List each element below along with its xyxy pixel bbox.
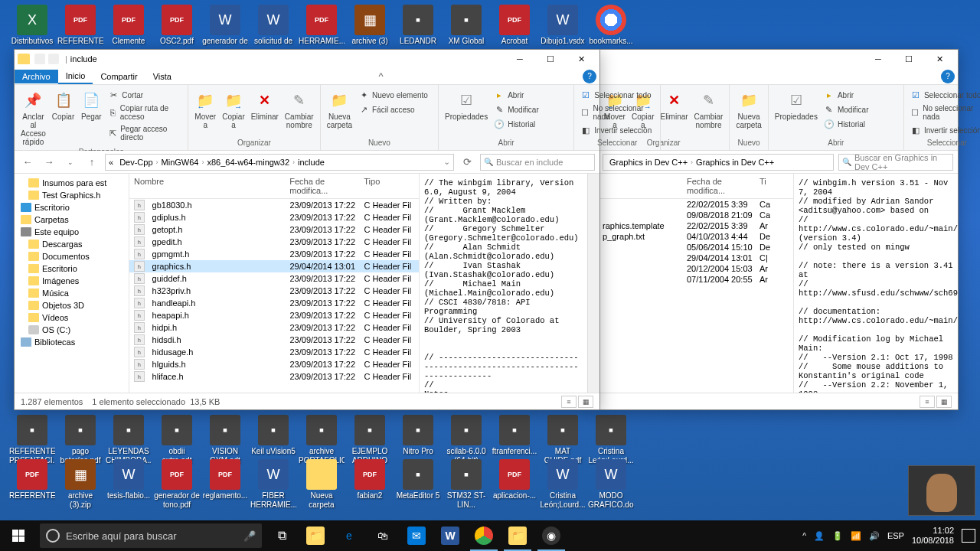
taskbar-mail[interactable]: ✉ [400,520,433,551]
qat[interactable] [34,54,59,64]
file-row[interactable]: 09/08/2018 21:09Ca [598,210,793,220]
desktop-icon[interactable]: ▪Keil uVision5 [250,415,296,456]
desktop-icon[interactable]: ▪EJEMPLO ARDUINO [347,415,393,465]
file-row[interactable]: guiddef.h23/09/2013 17:22C Header Fil [129,272,419,285]
desktop-icon[interactable]: Wtesis-flabio... [106,459,152,500]
taskbar-chrome[interactable] [467,520,501,551]
nav-item[interactable]: Escritorio [15,262,129,275]
desktop-icon[interactable]: ▪VISION GYM.odt [202,415,248,465]
file-row[interactable]: hidpi.h23/09/2013 17:22C Header Fil [129,321,419,334]
desktop-icon[interactable]: ▪LEDANDR [395,5,441,46]
pin-button[interactable]: 📌Anclar al Acceso rápido [19,88,47,148]
file-row[interactable]: gdiplus.h23/09/2013 17:22C Header Fil [129,211,419,223]
back-button[interactable]: ← [19,154,36,171]
edit-button[interactable]: ✎Modificar [492,103,569,116]
desktop-icon[interactable]: WCristina León;Lourd... [540,459,586,510]
desktop-icon[interactable]: PDFREFERENTE [57,5,103,46]
desktop-icon[interactable]: XDistributivos [9,5,55,46]
help-icon[interactable]: ? [941,70,955,83]
copy-to-button[interactable]: 📁Copiar a [220,88,246,131]
file-row[interactable]: h323priv.h23/09/2013 17:22C Header Fil [129,285,419,297]
nav-item[interactable]: Escritorio [15,201,129,214]
file-row[interactable]: hidusage.h23/09/2013 17:22C Header Fil [129,346,419,358]
new-folder-button[interactable]: 📁Nueva carpeta [325,88,354,131]
file-row[interactable]: gpedit.h23/09/2013 17:22C Header Fil [129,236,419,248]
paste-shortcut-button[interactable]: ⇱Pegar acceso directo [106,123,183,143]
move-to-button[interactable]: 📁Mover a [193,88,217,131]
open-button[interactable]: ▸Abrir [492,88,569,102]
navigation-pane[interactable]: Insumos para estTest Graphics.hEscritori… [15,174,129,393]
nav-item[interactable]: Imágenes [15,275,129,287]
file-row[interactable]: hliface.h23/09/2013 17:22C Header Fil [129,370,419,383]
delete-button[interactable]: ✕Eliminar [658,88,689,122]
select-all-button[interactable]: ☑Seleccionar todo [909,88,980,102]
file-row[interactable]: gpmgmt.h23/09/2013 17:22C Header Fil [129,248,419,260]
easy-access-button[interactable]: ↗Fácil acceso [357,103,433,116]
volume-icon[interactable]: 🔊 [869,531,880,541]
invert-selection-button[interactable]: ◧Invertir selección [579,123,655,137]
edit-button[interactable]: ✎Modificar [822,103,899,116]
view-details-button[interactable]: ≡ [561,396,577,408]
desktop-icon[interactable]: ▦archive (3).zip [57,459,103,510]
history-button[interactable]: 🕑Historial [822,117,899,131]
nav-item[interactable]: Este equipo [15,226,129,238]
maximize-button[interactable]: ☐ [535,50,566,68]
nav-item[interactable]: Bibliotecas [15,336,129,348]
file-row[interactable]: 29/04/2014 13:01C| [598,253,793,263]
desktop-icon[interactable]: PDFfabian2 [347,459,393,500]
select-all-button[interactable]: ☑Seleccionar todo [579,88,655,102]
desktop-icon[interactable]: PDFgenerador de tono.pdf [154,459,200,510]
nav-item[interactable]: Objetos 3D [15,299,129,311]
column-date[interactable]: Fecha de modifica... [285,174,359,198]
invert-selection-button[interactable]: ◧Invertir selección [909,123,980,137]
breadcrumb[interactable]: « Dev-Cpp› MinGW64› x86_64-w64-mingw32› … [105,154,454,171]
file-row[interactable]: graphics.h29/04/2014 13:01C Header Fil [129,260,419,272]
clock[interactable]: 11:0210/08/2018 [912,526,954,546]
desktop-icon[interactable]: ▪MetaEditor 5 [395,459,441,500]
titlebar[interactable]: | include ─ ☐ ✕ [15,50,599,68]
nav-item[interactable]: Insumos para est [15,177,129,189]
desktop-icon[interactable]: PDFreglamento... [202,459,248,500]
desktop-icon[interactable]: Wsolicitud de [250,5,296,46]
desktop-icon[interactable]: ▪XM Global [443,5,489,46]
scrollbar[interactable] [587,174,599,393]
file-row[interactable]: hlguids.h23/09/2013 17:22C Header Fil [129,358,419,370]
file-row[interactable]: 05/06/2014 15:10De [598,242,793,253]
file-row[interactable]: handleapi.h23/09/2013 17:22C Header Fil [129,297,419,309]
cut-button[interactable]: ✂Cortar [106,88,183,102]
view-icons-button[interactable]: ▦ [936,396,952,408]
refresh-button[interactable]: ⟳ [459,154,475,171]
up-button[interactable]: ↑ [83,154,100,171]
desktop-icon[interactable]: bookmarks... [588,5,634,46]
minimize-button[interactable]: ─ [505,50,535,68]
minimize-button[interactable]: ─ [863,50,893,68]
view-icons-button[interactable]: ▦ [578,396,593,408]
maximize-button[interactable]: ☐ [893,50,924,68]
taskbar-explorer[interactable]: 📁 [501,520,534,551]
desktop-icon[interactable]: ▪Cristina León;Lourd... [588,415,634,465]
desktop-icon[interactable]: ▪pago baterías.pdf [57,415,103,465]
file-row[interactable]: raphics.template22/02/2015 3:39Ar [598,220,793,231]
taskbar-search[interactable]: Escribe aquí para buscar🎤 [40,523,262,548]
column-name[interactable]: Nombre [129,174,285,198]
copy-button[interactable]: 📋Copiar [51,88,76,122]
action-center-button[interactable] [962,529,975,543]
desktop-icon[interactable]: ▪ftranferenci... [492,415,537,456]
desktop-icon[interactable]: PDFAcrobat [492,5,537,46]
help-icon[interactable]: ? [583,70,596,83]
history-button[interactable]: 🕑Historial [492,117,569,131]
desktop-icon[interactable]: WFIBER HERRAMIE... [250,459,296,510]
nav-item[interactable]: Test Graphics.h [15,189,129,201]
desktop-icon[interactable]: ▪Nitro Pro [395,415,441,456]
taskbar-folder[interactable]: 📁 [299,520,332,551]
taskbar-word[interactable]: W [433,520,467,551]
copy-path-button[interactable]: ⎘Copiar ruta de acceso [106,103,183,122]
tab-view[interactable]: Vista [145,70,179,83]
file-row[interactable]: heapapi.h23/09/2013 17:22C Header Fil [129,309,419,321]
taskbar-edge[interactable]: e [332,520,366,551]
desktop-icon[interactable]: ▪MAT GUIDE.pdf [540,415,586,465]
column-type[interactable]: Ti [755,174,770,198]
taskbar-store[interactable]: 🛍 [366,520,400,551]
desktop-icon[interactable]: PDFClemente [106,5,152,46]
tab-share[interactable]: Compartir [93,70,145,83]
